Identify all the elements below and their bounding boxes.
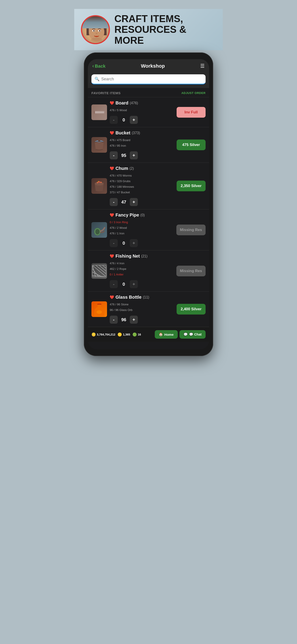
- svg-rect-15: [98, 140, 100, 141]
- quantity-increase-button[interactable]: +: [130, 280, 138, 288]
- adjust-order-button[interactable]: ADJUST ORDER: [181, 91, 206, 95]
- favorite-heart-icon: ❤️: [110, 166, 114, 170]
- favorite-heart-icon: ❤️: [110, 131, 114, 135]
- item-details-bucket: ❤️ Bucket (373) 476 / 475 Board 476 / 95…: [110, 130, 174, 160]
- resource-line: 476 / 5 Wood: [110, 108, 174, 112]
- gem-amount: 16: [138, 333, 141, 336]
- search-input[interactable]: [101, 77, 203, 82]
- screen-title: Workshop: [141, 63, 165, 69]
- hero-title: CRAFT ITEMS, RESOURCES & MORE: [114, 14, 216, 46]
- resource-line: 476 / 329 Grubs: [110, 180, 174, 183]
- action-button-bucket[interactable]: 475 Silver: [177, 140, 206, 150]
- chat-button[interactable]: 💬 💬 Chat: [180, 330, 206, 339]
- quantity-decrease-button[interactable]: -: [110, 151, 118, 160]
- item-details-pipe: ❤️ Fancy Pipe (0) 0 / 3 Iron Ring 476 / …: [110, 212, 174, 247]
- quantity-decrease-button[interactable]: -: [110, 280, 118, 288]
- svg-point-8: [99, 30, 100, 32]
- search-bar: 🔍: [88, 72, 209, 88]
- menu-icon[interactable]: ☰: [200, 63, 205, 69]
- item-name-row-bucket: ❤️ Bucket (373): [110, 130, 174, 136]
- back-chevron-icon: ‹: [92, 63, 94, 69]
- favorite-heart-icon: ❤️: [110, 101, 114, 105]
- item-image-chum: [91, 178, 107, 194]
- item-count: (2): [130, 166, 134, 170]
- resource-line: 476 / 1 Iron: [110, 232, 174, 235]
- quantity-increase-button[interactable]: +: [130, 239, 138, 247]
- currency-gold: 🟡 1,365: [117, 332, 130, 336]
- resource-line: 476 / 188 Minnows: [110, 185, 174, 188]
- phone-screen: ‹ Back Workshop ☰ 🔍 FAVORITE ITEMS ADJUS…: [88, 59, 209, 349]
- quantity-increase-button[interactable]: +: [130, 116, 138, 124]
- quantity-row: - 95 +: [110, 151, 174, 160]
- svg-rect-13: [94, 111, 95, 114]
- quantity-increase-button[interactable]: +: [130, 151, 138, 160]
- silver-coin-icon: 🪙: [91, 332, 96, 336]
- gold-coin-icon: 🟡: [117, 332, 122, 336]
- item-name: Fancy Pipe: [115, 212, 139, 218]
- avatar: [81, 15, 110, 44]
- item-name-row-fishnet: ❤️ Fishing Net (21): [110, 254, 174, 259]
- resource-line: 476 / 475 Board: [110, 138, 174, 142]
- item-details-bottle: ❤️ Glass Bottle (11) 476 / 96 Stone 96 /…: [110, 295, 174, 324]
- home-button[interactable]: 🏠 Home: [155, 330, 178, 339]
- quantity-decrease-button[interactable]: -: [110, 198, 118, 206]
- quantity-decrease-button[interactable]: -: [110, 116, 118, 124]
- action-button-fishnet[interactable]: Missing Res: [176, 266, 206, 276]
- action-button-pipe[interactable]: Missing Res: [176, 224, 206, 235]
- quantity-row: - 0 +: [110, 116, 174, 124]
- quantity-decrease-button[interactable]: -: [110, 239, 118, 247]
- item-name: Glass Bottle: [115, 295, 142, 300]
- currency-silver: 🪙 3,784,704,212: [91, 332, 115, 336]
- svg-point-22: [95, 229, 100, 234]
- action-button-chum[interactable]: 2,350 Silver: [177, 180, 206, 191]
- svg-point-19: [100, 182, 102, 183]
- svg-line-25: [99, 266, 106, 271]
- section-header: FAVORITE ITEMS ADJUST ORDER: [88, 88, 209, 97]
- quantity-increase-button[interactable]: +: [130, 316, 138, 324]
- nav-buttons: 🏠 Home 💬 💬 Chat: [155, 330, 206, 339]
- page-container: CRAFT ITEMS, RESOURCES & MORE ‹ Back Wor…: [74, 9, 223, 356]
- quantity-value: 95: [120, 153, 127, 158]
- item-row: ❤️ Chum (2) 476 / 470 Worms 476 / 329 Gr…: [88, 162, 209, 209]
- svg-point-17: [97, 182, 98, 183]
- quantity-value: 0: [120, 118, 127, 122]
- action-button-bottle[interactable]: 2,400 Silver: [177, 304, 206, 314]
- svg-rect-12: [94, 112, 104, 113]
- item-row: ❤️ Glass Bottle (11) 476 / 96 Stone 96 /…: [88, 291, 209, 327]
- resource-line: 476 / 95 Iron: [110, 144, 174, 147]
- section-title: FAVORITE ITEMS: [91, 91, 121, 95]
- svg-point-20: [98, 181, 99, 182]
- quantity-increase-button[interactable]: +: [130, 198, 138, 206]
- quantity-decrease-button[interactable]: -: [110, 316, 118, 324]
- item-row: ❤️ Fancy Pipe (0) 0 / 3 Iron Ring 476 / …: [88, 209, 209, 250]
- bottom-bar: 🪙 3,784,704,212 🟡 1,365 🟢 16 🏠: [88, 327, 209, 342]
- hero-section: CRAFT ITEMS, RESOURCES & MORE: [74, 9, 223, 50]
- quantity-row: - 96 +: [110, 316, 174, 324]
- svg-point-7: [93, 30, 94, 32]
- home-label: Home: [164, 332, 174, 336]
- item-row: ❤️ Bucket (373) 476 / 475 Board 476 / 95…: [88, 127, 209, 162]
- item-name: Chum: [115, 166, 128, 171]
- quantity-value: 0: [120, 241, 127, 246]
- item-image-board: [91, 104, 107, 120]
- quantity-row: - 0 +: [110, 280, 174, 288]
- svg-rect-33: [97, 304, 101, 305]
- item-image-pipe: [91, 222, 107, 238]
- item-image-bottle: [91, 301, 107, 317]
- item-row: ❤️ Fishing Net (21) 476 / 4 Iron 462 / 2…: [88, 250, 209, 291]
- back-button[interactable]: ‹ Back: [92, 63, 105, 69]
- resource-line: 476 / 2 Wood: [110, 226, 174, 230]
- svg-rect-3: [92, 20, 93, 28]
- home-icon: 🏠: [159, 332, 163, 336]
- item-details-board: ❤️ Board (476) 476 / 5 Wood - 0 +: [110, 100, 174, 124]
- favorite-heart-icon: ❤️: [110, 213, 114, 217]
- item-count: (0): [140, 213, 145, 217]
- resource-line-missing: 0 / 1 Antler: [110, 273, 174, 276]
- action-button-board[interactable]: Inv Full: [177, 107, 206, 118]
- svg-line-23: [92, 266, 106, 276]
- quantity-value: 47: [120, 200, 127, 205]
- gem-icon: 🟢: [132, 332, 137, 336]
- back-label: Back: [95, 64, 105, 69]
- item-details-fishnet: ❤️ Fishing Net (21) 476 / 4 Iron 462 / 2…: [110, 254, 174, 288]
- resource-line: 476 / 4 Iron: [110, 262, 174, 265]
